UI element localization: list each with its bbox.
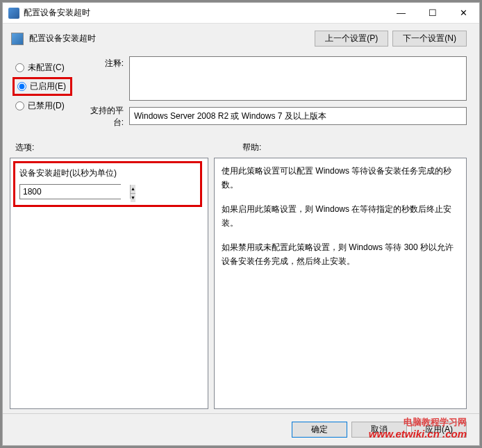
titlebar: 配置设备安装超时 — ☐ ✕ <box>3 3 479 24</box>
config-area: 未配置(C) 已启用(E) 已禁用(D) 注释: 支持的平台: Windows … <box>3 51 479 128</box>
pane-labels: 选项: 帮助: <box>3 135 479 156</box>
field-inputs: Windows Server 2008 R2 或 Windows 7 及以上版本 <box>129 56 467 125</box>
radio-enabled-label: 已启用(E) <box>30 81 66 92</box>
window-title: 配置设备安装超时 <box>24 7 385 19</box>
ok-button[interactable]: 确定 <box>292 422 347 438</box>
footer: 确定 取消 应用(A) 电脑教程学习网 www.etwiki.cn .com <box>3 413 479 445</box>
comment-textarea[interactable] <box>129 56 467 101</box>
help-paragraph-2: 如果启用此策略设置，则 Windows 在等待指定的秒数后终止安装。 <box>222 202 459 231</box>
spinner-down-icon[interactable]: ▼ <box>131 194 135 202</box>
dialog-window: 配置设备安装超时 — ☐ ✕ 配置设备安装超时 上一个设置(P) 下一个设置(N… <box>2 2 480 446</box>
radio-disabled[interactable]: 已禁用(D) <box>15 96 85 115</box>
radio-disabled-input[interactable] <box>15 101 24 110</box>
maximize-button[interactable]: ☐ <box>417 3 448 23</box>
options-pane: 设备安装超时(以秒为单位) ▲ ▼ <box>10 158 208 409</box>
field-labels: 注释: 支持的平台: <box>85 56 129 125</box>
policy-icon <box>11 33 24 45</box>
radio-not-configured-input[interactable] <box>15 63 24 72</box>
close-button[interactable]: ✕ <box>448 3 479 23</box>
help-pane: 使用此策略设置可以配置 Windows 等待设备安装任务完成的秒数。 如果启用此… <box>214 158 467 409</box>
panes: 设备安装超时(以秒为单位) ▲ ▼ 使用此策略设置可以配置 Windows 等待… <box>3 156 479 413</box>
radio-not-configured-label: 未配置(C) <box>28 62 65 74</box>
radio-enabled-input[interactable] <box>17 82 26 91</box>
spinner-buttons: ▲ ▼ <box>130 185 135 199</box>
comment-label: 注释: <box>85 56 124 76</box>
minimize-button[interactable]: — <box>385 3 417 23</box>
next-setting-button[interactable]: 下一个设置(N) <box>392 31 467 47</box>
timeout-highlight: 设备安装超时(以秒为单位) ▲ ▼ <box>13 161 202 207</box>
supported-platform-box: Windows Server 2008 R2 或 Windows 7 及以上版本 <box>129 107 467 125</box>
help-label: 帮助: <box>240 142 467 154</box>
help-paragraph-3: 如果禁用或未配置此策略设置，则 Windows 等待 300 秒以允许设备安装任… <box>222 240 459 269</box>
policy-title: 配置设备安装超时 <box>29 33 310 44</box>
cancel-button[interactable]: 取消 <box>351 422 407 438</box>
timeout-input[interactable] <box>20 185 130 199</box>
radio-disabled-label: 已禁用(D) <box>28 100 65 112</box>
radio-enabled[interactable]: 已启用(E) <box>15 81 66 92</box>
header-row: 配置设备安装超时 上一个设置(P) 下一个设置(N) <box>3 24 479 51</box>
apply-button[interactable]: 应用(A) <box>411 422 467 438</box>
app-icon <box>8 8 19 19</box>
radio-group: 未配置(C) 已启用(E) 已禁用(D) <box>15 56 85 125</box>
help-paragraph-1: 使用此策略设置可以配置 Windows 等待设备安装任务完成的秒数。 <box>222 164 459 192</box>
options-label: 选项: <box>15 142 240 154</box>
previous-setting-button[interactable]: 上一个设置(P) <box>315 31 388 47</box>
radio-not-configured[interactable]: 未配置(C) <box>15 58 85 77</box>
platform-label: 支持的平台: <box>85 103 124 123</box>
spinner-up-icon[interactable]: ▲ <box>131 185 135 194</box>
enabled-highlight: 已启用(E) <box>13 77 72 96</box>
window-controls: — ☐ ✕ <box>385 3 479 23</box>
timeout-label: 设备安装超时(以秒为单位) <box>19 166 196 180</box>
timeout-spinner[interactable]: ▲ ▼ <box>19 184 121 199</box>
